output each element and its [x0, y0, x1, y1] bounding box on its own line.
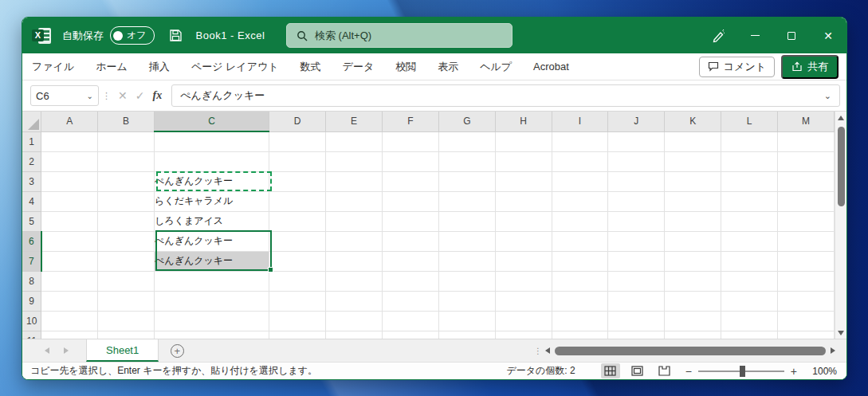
cell-M11[interactable]	[778, 331, 835, 339]
cell-G7[interactable]	[438, 251, 495, 271]
scroll-down-arrow[interactable]	[835, 327, 846, 339]
cell-A7[interactable]	[41, 251, 98, 271]
zoom-out-button[interactable]: −	[685, 365, 692, 378]
row-header-10[interactable]: 10	[22, 311, 41, 331]
row-header-5[interactable]: 5	[22, 211, 41, 231]
expand-formula-bar-icon[interactable]: ⌄	[824, 91, 831, 101]
cell-D2[interactable]	[269, 151, 326, 171]
cell-B4[interactable]	[98, 191, 155, 211]
cell-A10[interactable]	[41, 311, 98, 331]
cell-G1[interactable]	[438, 131, 495, 151]
cell-C1[interactable]	[155, 131, 269, 151]
normal-view-button[interactable]	[601, 363, 620, 378]
cell-J5[interactable]	[608, 211, 665, 231]
cell-F6[interactable]	[383, 231, 439, 251]
cell-A5[interactable]	[41, 211, 98, 231]
cell-B1[interactable]	[98, 131, 155, 151]
column-header-H[interactable]: H	[495, 112, 552, 131]
cell-J6[interactable]	[608, 231, 665, 251]
cell-H9[interactable]	[495, 291, 552, 311]
maximize-button[interactable]	[773, 18, 810, 53]
cell-J11[interactable]	[608, 331, 665, 339]
column-header-B[interactable]: B	[98, 112, 155, 131]
cell-C4[interactable]: らくだキャラメル	[155, 191, 269, 211]
cell-J1[interactable]	[608, 131, 665, 151]
cell-J9[interactable]	[608, 291, 665, 311]
ribbon-tab-9[interactable]: Acrobat	[533, 61, 569, 73]
cell-H7[interactable]	[495, 251, 552, 271]
page-break-view-button[interactable]	[655, 363, 674, 378]
column-header-E[interactable]: E	[326, 112, 383, 131]
cell-A9[interactable]	[41, 291, 98, 311]
cell-J10[interactable]	[608, 311, 665, 331]
confirm-entry-icon[interactable]: ✓	[136, 89, 145, 102]
cell-M5[interactable]	[778, 211, 835, 231]
cell-M4[interactable]	[778, 191, 835, 211]
ribbon-tab-5[interactable]: データ	[343, 60, 375, 74]
cell-K11[interactable]	[665, 331, 721, 339]
cell-E5[interactable]	[326, 211, 383, 231]
row-header-7[interactable]: 7	[22, 251, 41, 271]
ribbon-tab-8[interactable]: ヘルプ	[480, 60, 512, 74]
cell-F5[interactable]	[383, 211, 439, 231]
cell-J7[interactable]	[608, 251, 665, 271]
cell-L1[interactable]	[721, 131, 778, 151]
row-header-9[interactable]: 9	[22, 291, 41, 311]
cell-E7[interactable]	[326, 251, 383, 271]
ribbon-tab-4[interactable]: 数式	[300, 60, 321, 74]
sheet-tab-sheet1[interactable]: Sheet1	[86, 339, 159, 362]
cell-A6[interactable]	[41, 231, 98, 251]
cell-B3[interactable]	[98, 171, 155, 191]
row-header-3[interactable]: 3	[22, 171, 41, 191]
cell-H11[interactable]	[495, 331, 552, 339]
cell-F3[interactable]	[383, 171, 439, 191]
select-all-corner[interactable]	[22, 112, 41, 131]
ribbon-tab-3[interactable]: ページ レイアウト	[191, 60, 279, 74]
cell-F4[interactable]	[383, 191, 439, 211]
cell-K1[interactable]	[665, 131, 721, 151]
cell-G4[interactable]	[438, 191, 495, 211]
cell-C3[interactable]: ぺんぎんクッキー	[155, 171, 269, 191]
cell-B10[interactable]	[98, 311, 155, 331]
cell-I8[interactable]	[552, 271, 608, 291]
formula-input[interactable]: ぺんぎんクッキー ⌄	[171, 84, 840, 107]
cell-K3[interactable]	[665, 171, 721, 191]
cell-L5[interactable]	[721, 211, 778, 231]
cell-F2[interactable]	[383, 151, 439, 171]
cell-E10[interactable]	[326, 311, 383, 331]
cell-K4[interactable]	[665, 191, 721, 211]
cell-I1[interactable]	[552, 131, 608, 151]
scroll-right-arrow[interactable]	[831, 347, 835, 354]
cell-F8[interactable]	[383, 271, 439, 291]
cell-D4[interactable]	[269, 191, 326, 211]
cell-M2[interactable]	[778, 151, 835, 171]
ribbon-tab-6[interactable]: 校閲	[395, 60, 416, 74]
cell-F11[interactable]	[383, 331, 439, 339]
cell-I5[interactable]	[552, 211, 608, 231]
column-header-J[interactable]: J	[608, 112, 665, 131]
cell-K5[interactable]	[665, 211, 721, 231]
cell-E4[interactable]	[326, 191, 383, 211]
cell-G10[interactable]	[438, 311, 495, 331]
add-sheet-button[interactable]: +	[159, 339, 195, 362]
cell-E2[interactable]	[326, 151, 383, 171]
cell-E9[interactable]	[326, 291, 383, 311]
cell-F1[interactable]	[383, 131, 439, 151]
cell-E6[interactable]	[326, 231, 383, 251]
cell-H2[interactable]	[495, 151, 552, 171]
row-header-8[interactable]: 8	[22, 271, 41, 291]
cell-L6[interactable]	[721, 231, 778, 251]
ribbon-tab-2[interactable]: 挿入	[149, 60, 170, 74]
prev-sheet-icon[interactable]	[45, 347, 49, 354]
cell-I6[interactable]	[552, 231, 608, 251]
zoom-slider[interactable]	[698, 371, 784, 372]
close-button[interactable]: ✕	[810, 18, 846, 53]
zoom-slider-thumb[interactable]	[740, 366, 745, 377]
cell-L2[interactable]	[721, 151, 778, 171]
next-sheet-icon[interactable]	[64, 347, 69, 354]
comments-button[interactable]: コメント	[699, 57, 775, 77]
horizontal-scrollbar[interactable]	[545, 347, 835, 355]
save-button[interactable]	[164, 24, 188, 48]
cell-H10[interactable]	[495, 311, 552, 331]
cell-M10[interactable]	[778, 311, 835, 331]
